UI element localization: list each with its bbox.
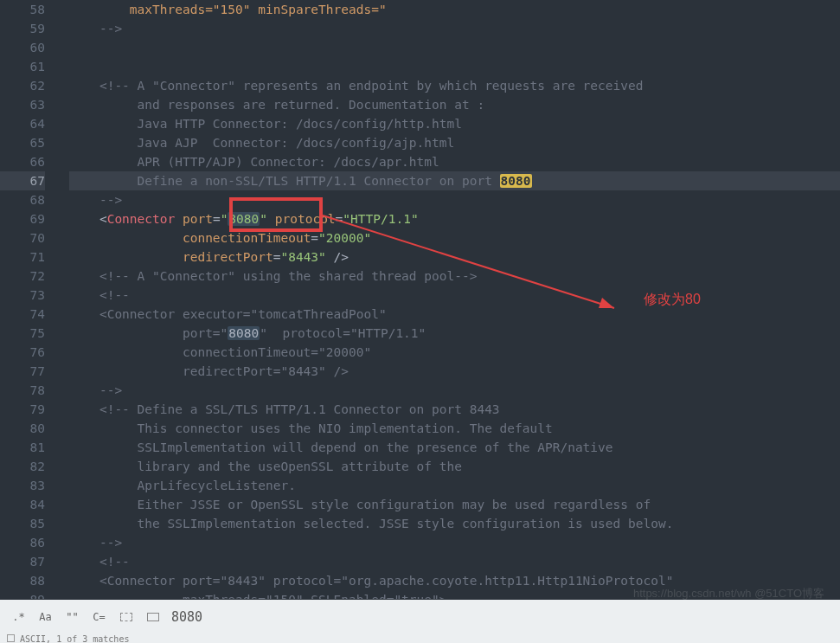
line-number: 72 <box>0 267 45 286</box>
find-input[interactable] <box>171 605 840 629</box>
line-number: 86 <box>0 533 45 552</box>
line-number: 70 <box>0 228 45 248</box>
line-number: 79 <box>0 400 45 419</box>
code-line[interactable]: AprLifecycleListener. <box>69 476 840 495</box>
code-line[interactable]: APR (HTTP/AJP) Connector: /docs/apr.html <box>69 152 840 171</box>
line-number: 75 <box>0 324 45 343</box>
annotation-text: 修改为80 <box>644 291 701 309</box>
code-line[interactable]: connectionTimeout="20000" <box>69 343 840 362</box>
find-bar: .* Aa "" C= <box>0 600 840 633</box>
find-case-toggle[interactable]: Aa <box>34 606 57 628</box>
code-line[interactable]: <Connector executor="tomcatThreadPool" <box>69 305 840 324</box>
find-input-wrap <box>171 605 840 629</box>
line-number: 59 <box>0 19 45 38</box>
line-number: 58 <box>0 0 45 19</box>
line-number: 63 <box>0 95 45 114</box>
watermark: https://blog.csdn.net/wh @51CTO博客 <box>633 586 824 601</box>
line-number: 74 <box>0 305 45 324</box>
search-match-current: 8080 <box>500 174 532 188</box>
gutter: 5859606162636465666768697071727374757677… <box>0 0 61 599</box>
search-match: 8080 <box>228 326 260 340</box>
code-line[interactable]: <!-- A "Connector" represents an endpoin… <box>69 76 840 95</box>
code-line[interactable]: <!-- A "Connector" using the shared thre… <box>69 267 840 286</box>
code-line[interactable]: and responses are returned. Documentatio… <box>69 95 840 114</box>
line-number: 82 <box>0 457 45 476</box>
line-number: 87 <box>0 552 45 571</box>
code-line[interactable]: <!-- <box>69 552 840 571</box>
highlight-icon <box>147 613 159 621</box>
code-line[interactable]: <!-- Define a SSL/TLS HTTP/1.1 Connector… <box>69 400 840 419</box>
status-text: ASCII, 1 of 3 matches <box>20 634 129 643</box>
search-match: 8080 <box>228 212 260 226</box>
code-line[interactable]: --> <box>69 190 840 209</box>
line-number: 65 <box>0 133 45 152</box>
code-line[interactable]: connectionTimeout="20000" <box>69 228 840 248</box>
line-number: 76 <box>0 343 45 362</box>
code-line[interactable]: SSLImplementation will depend on the pre… <box>69 438 840 457</box>
code-line[interactable]: the SSLImplementation selected. JSSE sty… <box>69 514 840 533</box>
line-number: 78 <box>0 381 45 400</box>
code-line[interactable]: <Connector port="8080" protocol="HTTP/1.… <box>69 209 840 228</box>
code-line[interactable]: <!-- <box>69 286 840 305</box>
code-line[interactable]: --> <box>69 19 840 38</box>
line-number: 62 <box>0 76 45 95</box>
code-line[interactable]: redirectPort="8443" /> <box>69 362 840 381</box>
status-checkbox[interactable] <box>7 634 15 642</box>
line-number: 71 <box>0 248 45 267</box>
code-line[interactable]: port="8080" protocol="HTTP/1.1" <box>69 324 840 343</box>
code-line[interactable]: Java AJP Connector: /docs/config/ajp.htm… <box>69 133 840 152</box>
code-line[interactable]: --> <box>69 533 840 552</box>
code-line[interactable]: Java HTTP Connector: /docs/config/http.h… <box>69 114 840 133</box>
line-number: 81 <box>0 438 45 457</box>
code-line[interactable]: maxThreads="150" minSpareThreads=" <box>69 0 840 19</box>
code-line[interactable]: --> <box>69 381 840 400</box>
code-line[interactable]: redirectPort="8443" /> <box>69 248 840 267</box>
find-highlight-toggle[interactable] <box>141 606 164 628</box>
code-line[interactable] <box>69 57 840 76</box>
line-number: 61 <box>0 57 45 76</box>
line-number: 84 <box>0 495 45 514</box>
line-number: 85 <box>0 514 45 533</box>
line-number: 83 <box>0 476 45 495</box>
line-number: 68 <box>0 190 45 209</box>
find-wholeword-toggle[interactable]: "" <box>61 606 84 628</box>
code-line[interactable]: Either JSSE or OpenSSL style configurati… <box>69 495 840 514</box>
code-area[interactable]: 修改为80 maxThreads="150" minSpareThreads="… <box>61 0 840 599</box>
code-line[interactable] <box>69 38 840 57</box>
line-number: 67 <box>0 171 45 190</box>
line-number: 77 <box>0 362 45 381</box>
code-line[interactable]: Define a non-SSL/TLS HTTP/1.1 Connector … <box>69 171 840 190</box>
find-wrap-toggle[interactable]: C= <box>87 606 111 628</box>
line-number: 73 <box>0 286 45 305</box>
line-number: 69 <box>0 209 45 228</box>
line-number: 88 <box>0 571 45 590</box>
line-number: 60 <box>0 38 45 57</box>
line-number: 66 <box>0 152 45 171</box>
line-number: 64 <box>0 114 45 133</box>
line-number: 89 <box>0 590 45 599</box>
selection-icon <box>120 613 132 621</box>
find-regex-toggle[interactable]: .* <box>7 606 30 628</box>
find-inselection-toggle[interactable] <box>114 606 138 628</box>
editor: 5859606162636465666768697071727374757677… <box>0 0 840 599</box>
code-line[interactable]: This connector uses the NIO implementati… <box>69 419 840 438</box>
status-bar: ASCII, 1 of 3 matches <box>0 633 840 643</box>
line-number: 80 <box>0 419 45 438</box>
code-line[interactable]: library and the useOpenSSL attribute of … <box>69 457 840 476</box>
